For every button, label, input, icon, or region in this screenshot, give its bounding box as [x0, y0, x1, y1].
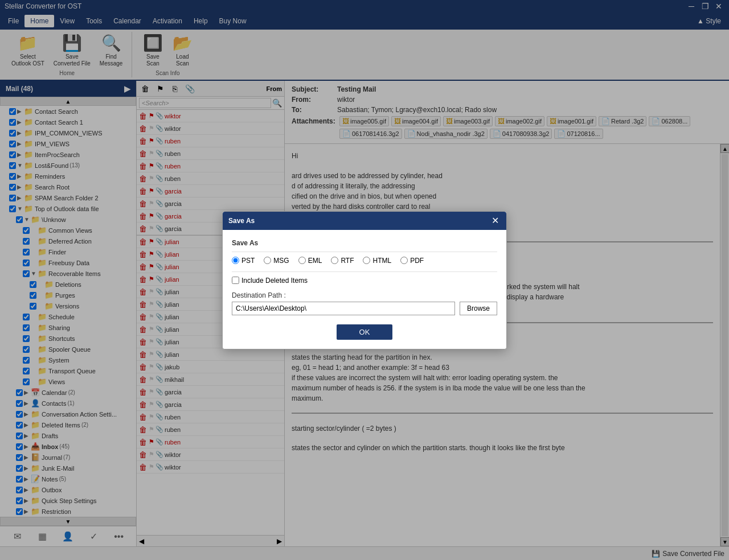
option-eml[interactable]: EML: [298, 257, 322, 265]
modal-titlebar: Save As ✕: [223, 212, 506, 230]
include-deleted-label: Include Deleted Items: [241, 277, 308, 285]
include-deleted-checkbox[interactable]: [232, 277, 239, 284]
option-msg[interactable]: MSG: [264, 257, 289, 265]
radio-html[interactable]: [363, 257, 370, 264]
option-html[interactable]: HTML: [363, 257, 391, 265]
radio-pst[interactable]: [232, 257, 239, 264]
format-radio-group: PST MSG EML RTF HTML PDF: [232, 257, 497, 265]
modal-close-button[interactable]: ✕: [489, 215, 501, 227]
modal-title: Save As: [228, 217, 255, 225]
path-row: Browse: [232, 302, 497, 315]
radio-rtf[interactable]: [331, 257, 338, 264]
modal-overlay: Save As ✕ Save As PST MSG EML RTF: [0, 0, 729, 560]
destination-input[interactable]: [232, 302, 455, 315]
radio-pdf[interactable]: [400, 257, 408, 264]
browse-button[interactable]: Browse: [460, 302, 497, 315]
ok-button[interactable]: OK: [337, 324, 393, 340]
option-pst[interactable]: PST: [232, 257, 255, 265]
option-rtf[interactable]: RTF: [331, 257, 354, 265]
option-pdf[interactable]: PDF: [400, 257, 424, 265]
radio-msg[interactable]: [264, 257, 271, 264]
destination-label: Destination Path :: [232, 291, 497, 299]
modal-section-label: Save As: [232, 239, 497, 247]
radio-eml[interactable]: [298, 257, 306, 264]
include-deleted-row: Include Deleted Items: [232, 277, 497, 285]
save-as-dialog: Save As ✕ Save As PST MSG EML RTF: [222, 211, 507, 349]
modal-body: Save As PST MSG EML RTF HTML: [223, 230, 506, 349]
